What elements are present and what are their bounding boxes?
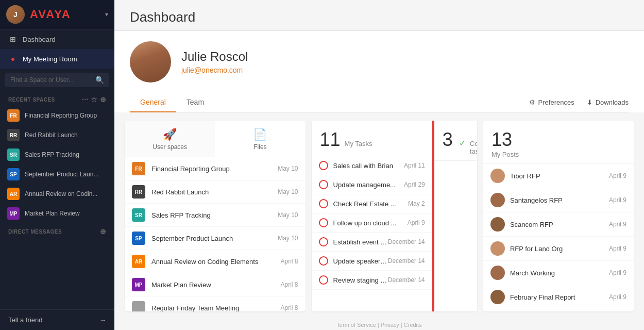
task-checkbox[interactable]	[319, 237, 328, 246]
post-date: April 9	[609, 196, 626, 204]
task-checkbox[interactable]	[319, 180, 328, 189]
dashboard-icon: ⊞	[8, 35, 18, 44]
list-item[interactable]: Check Real Estate ... May 2	[312, 194, 432, 213]
list-item[interactable]: Review staging plans December 14	[312, 271, 432, 290]
post-date: April 9	[609, 269, 626, 276]
sidebar-item-dashboard[interactable]: ⊞ Dashboard	[0, 29, 114, 49]
task-date: April 11	[404, 162, 425, 169]
sidebar-item-sp[interactable]: SP September Product Laun...	[0, 164, 114, 184]
space-row-name: Financial Reporting Group	[151, 165, 278, 173]
sidebar-item-meeting-room[interactable]: ● My Meeting Room	[0, 49, 114, 69]
footer-label: Tell a friend	[8, 316, 42, 324]
user-spaces-card: 🚀 User spaces 📄 Files FR Financial Repor…	[125, 121, 306, 311]
list-item[interactable]: Update manageme... April 29	[312, 175, 432, 194]
footer: Term of Service | Privacy | Credits	[114, 320, 644, 330]
preferences-button[interactable]: ⚙ Preferences	[529, 93, 574, 111]
list-item[interactable]: Follow up on cloud ... April 9	[312, 213, 432, 233]
task-checkbox[interactable]	[319, 218, 328, 227]
list-item[interactable]: MP Market Plan Review April 8	[125, 273, 306, 296]
profile-section: Julie Roscol julie@onecmo.com General Te…	[114, 31, 644, 112]
star-icon[interactable]: ☆	[91, 95, 98, 104]
tasks-header: 11 My Tasks	[312, 121, 432, 156]
list-item[interactable]: March Working April 9	[483, 261, 634, 285]
task-name: Update manageme...	[333, 181, 404, 189]
completed-label: Completed tasks	[470, 140, 477, 155]
list-item[interactable]: Sales call with Brian April 11	[312, 156, 432, 175]
post-name: March Working	[510, 269, 609, 277]
downloads-button[interactable]: ⬇ Downloads	[587, 93, 629, 111]
direct-messages-header: DIRECT MESSAGES ⊕	[0, 223, 114, 238]
task-checkbox[interactable]	[319, 199, 328, 208]
sidebar-item-rr[interactable]: RR Red Rabbit Launch	[0, 125, 114, 145]
sidebar-item-sr[interactable]: SR Sales RFP Tracking	[0, 145, 114, 164]
tab-general[interactable]: General	[130, 93, 176, 112]
main-content: Dashboard Julie Roscol julie@onecmo.com …	[114, 0, 644, 330]
task-name: Update speaker list	[333, 257, 388, 265]
profile-name: Julie Roscol	[181, 50, 248, 64]
task-name: Establish event tim...	[333, 238, 388, 246]
sidebar-item-label: Financial Reporting Group	[25, 112, 107, 119]
space-row-date: May 10	[278, 235, 298, 242]
tab-team[interactable]: Team	[176, 93, 214, 112]
sidebar-item-label: Sales RFP Tracking	[25, 151, 107, 158]
list-item[interactable]: FR Financial Reporting Group May 10	[125, 157, 306, 180]
list-item[interactable]: Establish event tim... December 14	[312, 233, 432, 252]
avaya-logo: AVAYA	[30, 8, 71, 21]
space-row-badge: SP	[132, 232, 145, 245]
sidebar-item-label: September Product Laun...	[25, 171, 107, 178]
list-item[interactable]: February Final Report April 9	[483, 285, 634, 309]
list-item[interactable]: Regular Friday Team Meeting April 8	[125, 296, 306, 311]
list-item[interactable]: Santangelos RFP April 9	[483, 188, 634, 212]
sidebar-item-ar[interactable]: AR Annual Review on Codin...	[0, 184, 114, 204]
downloads-label: Downloads	[596, 98, 629, 106]
files-label: Files	[253, 143, 266, 151]
list-item[interactable]: Update speaker list December 14	[312, 252, 432, 271]
list-item[interactable]: RFP for Land Org April 9	[483, 237, 634, 261]
sidebar-item-label: Market Plan Review	[25, 210, 107, 217]
list-item[interactable]: SP September Product Launch May 10	[125, 227, 306, 250]
meeting-room-icon: ●	[8, 54, 18, 63]
post-date: April 9	[609, 172, 626, 179]
post-name: Santangelos RFP	[510, 196, 609, 204]
tell-a-friend-button[interactable]: Tell a friend →	[0, 309, 114, 330]
add-dm-icon[interactable]: ⊕	[100, 227, 107, 236]
task-checkbox[interactable]	[319, 275, 328, 285]
add-icon[interactable]: ⊕	[100, 95, 107, 104]
task-date: December 14	[388, 238, 425, 245]
post-avatar	[490, 193, 505, 207]
task-checkbox[interactable]	[319, 161, 328, 170]
sidebar-item-mp[interactable]: MP Market Plan Review	[0, 204, 114, 223]
list-item[interactable]: Scancom RFP April 9	[483, 212, 634, 237]
task-date: December 14	[388, 276, 425, 284]
sidebar-header: J AVAYA ▾	[0, 0, 114, 29]
task-name: Review staging plans	[333, 276, 388, 284]
space-row-name: Annual Review on Coding Elements	[151, 258, 281, 266]
sidebar-item-label: Red Rabbit Launch	[25, 131, 107, 139]
tasks-card: 11 My Tasks Sales call with Brian April …	[312, 121, 477, 311]
recent-spaces-header: RECENT SPACES ··· ☆ ⊕	[0, 91, 114, 106]
download-icon: ⬇	[587, 98, 592, 106]
completed-tasks-panel: 3 ✓ Completed tasks	[434, 121, 477, 311]
search-input[interactable]	[10, 76, 95, 84]
profile-email: julie@onecmo.com	[181, 66, 248, 74]
chevron-down-icon[interactable]: ▾	[105, 11, 108, 18]
posts-card: 13 My Posts Tibor RFP April 9 Santangelo…	[483, 121, 634, 311]
search-icon[interactable]: 🔍	[95, 76, 104, 84]
profile-top: Julie Roscol julie@onecmo.com	[130, 41, 629, 82]
list-item[interactable]: Tibor RFP April 9	[483, 164, 634, 188]
task-checkbox[interactable]	[319, 256, 328, 266]
post-name: RFP for Land Org	[510, 245, 609, 253]
list-item[interactable]: February Update-Interim April 9	[483, 309, 634, 311]
space-row-badge: FR	[132, 162, 145, 175]
tab-files[interactable]: 📄 Files	[215, 121, 305, 157]
search-bar: 🔍	[5, 73, 109, 87]
list-item[interactable]: SR Sales RFP Tracking May 10	[125, 204, 306, 227]
sidebar-item-fr[interactable]: FR Financial Reporting Group	[0, 106, 114, 125]
space-row-name: Red Rabbit Launch	[151, 188, 278, 196]
tab-user-spaces[interactable]: 🚀 User spaces	[125, 121, 215, 157]
space-row-date: April 8	[281, 281, 298, 288]
more-icon[interactable]: ···	[82, 95, 89, 104]
list-item[interactable]: AR Annual Review on Coding Elements Apri…	[125, 250, 306, 273]
list-item[interactable]: RR Red Rabbit Launch May 10	[125, 180, 306, 204]
posts-header: 13 My Posts	[483, 121, 634, 164]
